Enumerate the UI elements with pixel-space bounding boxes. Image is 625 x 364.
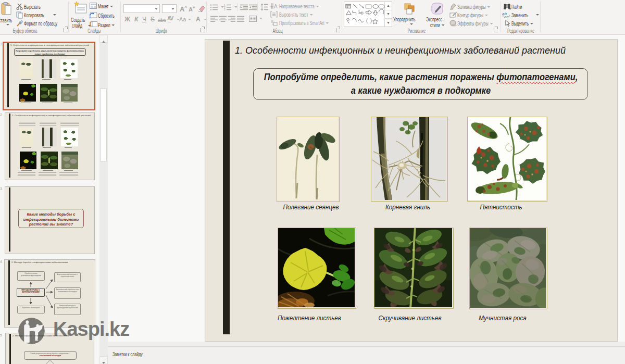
- svg-text:ac: ac: [504, 15, 508, 19]
- svg-text:3: 3: [224, 8, 226, 10]
- svg-text:А: А: [274, 4, 278, 9]
